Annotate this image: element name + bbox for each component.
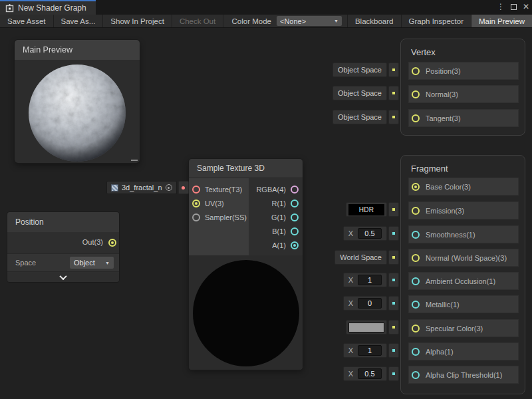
fragment-row-emission[interactable]: Emission(3) xyxy=(408,201,519,219)
emission-input-port[interactable] xyxy=(412,207,420,215)
specular-color-input-port[interactable] xyxy=(412,325,420,332)
save-as-button[interactable]: Save As... xyxy=(54,15,104,27)
port-dot-icon xyxy=(392,68,395,71)
normal-ws-input-port[interactable] xyxy=(412,254,420,262)
hdr-color-swatch[interactable]: HDR xyxy=(348,204,384,215)
alpha-clip-value-field[interactable]: 0.5 xyxy=(358,368,382,379)
a-output-row[interactable]: A(1) xyxy=(249,238,299,252)
fragment-row-normal-ws[interactable]: Normal (World Space)(3) xyxy=(408,249,519,267)
normal-space-pill[interactable]: Object Space xyxy=(332,86,399,100)
r-output-row[interactable]: R(1) xyxy=(249,196,299,210)
fragment-row-base-color[interactable]: Base Color(3) xyxy=(408,178,519,196)
alpha-value-field[interactable]: 1 xyxy=(358,345,382,356)
normal-ws-space-value: World Space xyxy=(340,253,382,261)
port-dot-icon xyxy=(182,186,185,190)
b-output-row[interactable]: B(1) xyxy=(249,224,299,238)
object-picker-icon[interactable] xyxy=(166,184,172,191)
position-input-port[interactable] xyxy=(412,67,420,75)
position-node[interactable]: Position Out(3) Space Object ▼ xyxy=(7,211,120,283)
shader-toolbar: Save Asset Save As... Show In Project Ch… xyxy=(0,15,532,28)
check-out-button: Check Out xyxy=(172,15,223,27)
texture-input-port[interactable] xyxy=(192,186,200,194)
sampler-input-port[interactable] xyxy=(192,213,200,221)
vertex-node[interactable]: Vertex Position(3) Normal(3) Tangent(3) xyxy=(400,39,525,136)
resize-grip[interactable] xyxy=(131,160,138,161)
specular-color-swatch[interactable] xyxy=(348,323,384,332)
alpha-clip-x-widget[interactable]: X 0.5 xyxy=(343,366,399,381)
main-preview-button[interactable]: Main Preview xyxy=(471,15,532,27)
position-space-pill[interactable]: Object Space xyxy=(332,63,399,77)
save-asset-button[interactable]: Save Asset xyxy=(0,15,54,27)
metallic-input-port[interactable] xyxy=(412,301,420,309)
sampler-input-row[interactable]: Sampler(SS) xyxy=(192,210,249,224)
port-dot-icon xyxy=(392,208,395,211)
fragment-row-ambient-occlusion[interactable]: Ambient Occlusion(1) xyxy=(408,272,519,290)
position-out-label: Out(3) xyxy=(82,238,103,246)
position-out-port[interactable] xyxy=(108,239,116,247)
smoothness-x-widget[interactable]: X 0.5 xyxy=(343,226,399,241)
ambient-occlusion-input-port[interactable] xyxy=(412,277,420,285)
blackboard-button[interactable]: Blackboard xyxy=(347,15,401,27)
vertex-row-normal[interactable]: Normal(3) xyxy=(408,85,519,103)
fragment-row-specular-color[interactable]: Specular Color(3) xyxy=(408,319,519,337)
position-space-value: Object Space xyxy=(338,66,382,74)
graph-inspector-button[interactable]: Graph Inspector xyxy=(401,15,471,27)
alpha-x-widget[interactable]: X 1 xyxy=(343,343,399,358)
texture-asset-pill[interactable]: 3d_fractal_n xyxy=(106,181,189,194)
main-preview-header[interactable]: Main Preview xyxy=(15,40,140,60)
close-icon[interactable]: ✕ xyxy=(523,3,529,11)
position-out-row[interactable]: Out(3) xyxy=(7,232,119,253)
fragment-row-smoothness[interactable]: Smoothness(1) xyxy=(408,225,519,243)
normal-space-widget[interactable]: World Space xyxy=(334,250,399,265)
g-output-label: G(1) xyxy=(271,213,286,221)
position-node-title[interactable]: Position xyxy=(7,212,119,232)
specular-color-widget[interactable] xyxy=(346,320,399,334)
color-mode-value: <None> xyxy=(280,17,306,25)
normal-input-port[interactable] xyxy=(412,90,420,98)
sample-texture-3d-title[interactable]: Sample Texture 3D xyxy=(189,159,303,178)
metallic-value-field[interactable]: 0 xyxy=(358,298,382,309)
fragment-row-alpha[interactable]: Alpha(1) xyxy=(408,342,519,360)
b-output-port[interactable] xyxy=(291,227,299,235)
color-mode-dropdown[interactable]: <None> ▼ xyxy=(277,16,342,26)
ambient-occlusion-x-widget[interactable]: X 1 xyxy=(343,273,399,287)
alpha-clip-input-port[interactable] xyxy=(412,371,420,379)
ambient-occlusion-value-field[interactable]: 1 xyxy=(358,275,382,285)
rgba-output-row[interactable]: RGBA(4) xyxy=(249,182,299,196)
a-output-port[interactable] xyxy=(291,241,299,249)
graph-canvas[interactable]: Main Preview xyxy=(0,28,532,399)
g-output-port[interactable] xyxy=(291,213,299,221)
maximize-icon[interactable] xyxy=(511,4,517,10)
vertex-row-position[interactable]: Position(3) xyxy=(408,62,519,80)
tangent-input-port[interactable] xyxy=(412,114,420,122)
r-output-port[interactable] xyxy=(291,200,299,207)
main-preview-window[interactable]: Main Preview xyxy=(15,40,140,163)
tangent-space-pill[interactable]: Object Space xyxy=(332,110,399,124)
emission-hdr-widget[interactable]: HDR xyxy=(346,202,399,217)
fragment-row-alpha-clip[interactable]: Alpha Clip Threshold(1) xyxy=(408,366,519,384)
alpha-input-port[interactable] xyxy=(412,348,420,356)
fragment-row-metallic[interactable]: Metallic(1) xyxy=(408,295,519,313)
texture-input-row[interactable]: Texture(T3) xyxy=(192,182,249,196)
port-dot-icon xyxy=(392,349,395,352)
show-in-project-button[interactable]: Show In Project xyxy=(103,15,172,27)
x-axis-label: X xyxy=(348,229,353,237)
vertex-row-tangent[interactable]: Tangent(3) xyxy=(408,109,519,127)
space-dropdown[interactable]: Object ▼ xyxy=(70,257,114,269)
main-preview-viewport[interactable] xyxy=(15,60,140,163)
rgba-output-port[interactable] xyxy=(291,186,299,194)
tab-new-shader-graph[interactable]: New Shader Graph xyxy=(0,0,96,15)
fragment-node[interactable]: Fragment Base Color(3) Emission(3) Smoot… xyxy=(400,155,525,394)
kebab-menu-icon[interactable]: ⋮ xyxy=(497,3,505,11)
smoothness-value-field[interactable]: 0.5 xyxy=(358,228,382,239)
x-axis-label: X xyxy=(348,276,353,284)
smoothness-input-port[interactable] xyxy=(412,231,420,239)
sample-texture-3d-node[interactable]: Sample Texture 3D Texture(T3) UV(3) Samp… xyxy=(188,158,303,370)
metallic-x-widget[interactable]: X 0 xyxy=(343,296,399,311)
base-color-input-port[interactable] xyxy=(412,183,420,191)
normal-space-value: Object Space xyxy=(338,89,382,97)
uv-input-row[interactable]: UV(3) xyxy=(192,196,249,210)
g-output-row[interactable]: G(1) xyxy=(249,210,299,224)
collapse-row[interactable] xyxy=(7,271,119,282)
uv-input-port[interactable] xyxy=(192,200,200,207)
